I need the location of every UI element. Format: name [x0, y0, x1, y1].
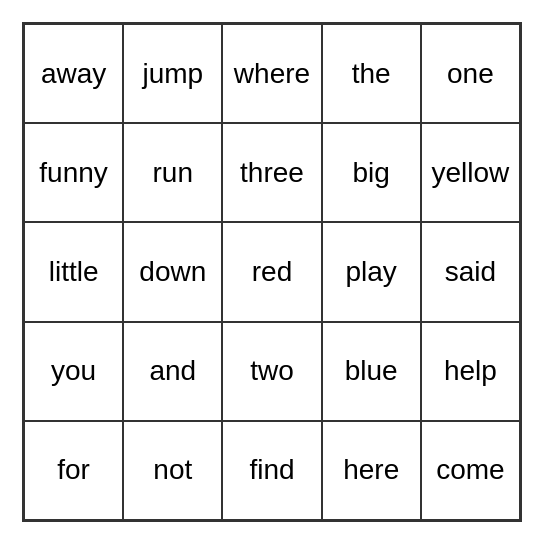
grid-cell-7: three	[222, 123, 321, 222]
grid-cell-20: for	[24, 421, 123, 520]
grid-cell-6: run	[123, 123, 222, 222]
grid-cell-1: jump	[123, 24, 222, 123]
grid-cell-18: blue	[322, 322, 421, 421]
grid-cell-22: find	[222, 421, 321, 520]
grid-cell-15: you	[24, 322, 123, 421]
grid-cell-11: down	[123, 222, 222, 321]
grid-cell-13: play	[322, 222, 421, 321]
word-grid: awayjumpwheretheonefunnyrunthreebigyello…	[22, 22, 522, 522]
grid-cell-5: funny	[24, 123, 123, 222]
grid-cell-19: help	[421, 322, 520, 421]
grid-cell-0: away	[24, 24, 123, 123]
grid-cell-4: one	[421, 24, 520, 123]
grid-cell-14: said	[421, 222, 520, 321]
grid-cell-9: yellow	[421, 123, 520, 222]
grid-cell-24: come	[421, 421, 520, 520]
grid-cell-10: little	[24, 222, 123, 321]
grid-cell-8: big	[322, 123, 421, 222]
grid-cell-23: here	[322, 421, 421, 520]
grid-cell-16: and	[123, 322, 222, 421]
grid-cell-21: not	[123, 421, 222, 520]
grid-cell-2: where	[222, 24, 321, 123]
grid-cell-17: two	[222, 322, 321, 421]
grid-cell-12: red	[222, 222, 321, 321]
grid-cell-3: the	[322, 24, 421, 123]
